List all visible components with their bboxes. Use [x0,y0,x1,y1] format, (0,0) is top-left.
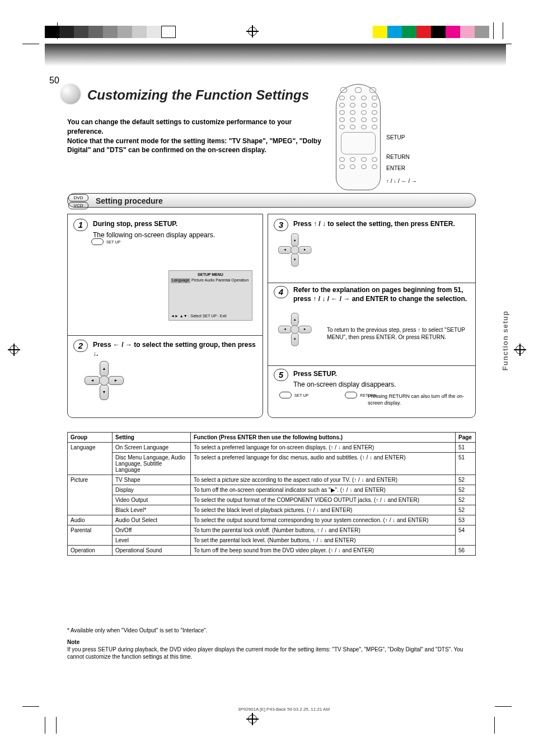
footnotes: * Available only when "Video Output" is … [67,627,476,660]
cell-group: Language [68,443,113,475]
cell-func: To turn the parental lock on/off. (Numbe… [191,525,456,536]
decorative-sphere [60,84,81,104]
footnote-2-label: Note [67,639,79,645]
header-gradient [45,44,506,66]
intro-line2: Notice that the current mode for the set… [67,137,321,154]
registration-mark [8,344,20,356]
cell-setting: Black Level* [113,505,191,515]
side-category: Function setup [501,311,509,370]
th-group: Group [68,433,113,443]
remote-illustration [336,84,381,190]
step-3-number: 3 [274,219,288,231]
cell-setting: TV Shape [113,475,191,485]
onscreen-setup-menu: SETUP MENU Language Picture Audio Parent… [168,270,252,321]
screen-header: SETUP MENU [171,273,250,277]
screen-hint: ◄► ▲▼ : Select SET UP : Exit [171,314,250,318]
setup-button-shape [91,238,104,245]
dpad-icon: ▲ ◄ ► ▼ [85,361,124,400]
cell-setting: On Screen Language [113,443,191,453]
step-5-number: 5 [274,369,288,381]
step-1-number: 1 [73,219,88,231]
cell-func: To select a picture size according to th… [191,475,456,485]
screen-item-0: Language [171,278,190,283]
page-number: 50 [49,76,59,86]
cell-page: 52 [456,505,476,515]
cell-setting: On/Off [113,525,191,536]
cell-group: Operation [68,546,113,556]
cell-func: To select the output format of the COMPO… [191,495,456,505]
cell-page: 52 [456,495,476,505]
cell-setting: Operational Sound [113,546,191,556]
disc-badges: DVD VCD [68,194,88,210]
footer-meta: 3P92901A [E] P43-Back 50 03.2.25, 11:21 … [62,707,506,712]
cell-group: Picture [68,475,113,515]
page-title: Customizing the Function Settings [87,87,309,103]
return-button-shape [345,392,357,398]
cell-setting: Disc Menu Language, Audio Language, Subt… [113,453,191,475]
steps-left-box: 1 During stop, press SETUP. The followin… [67,214,263,418]
footnote-1: * Available only when "Video Output" is … [67,627,476,634]
th-setting: Setting [113,433,191,443]
cell-page: 54 [456,525,476,546]
cell-func: To select a preferred language for on-sc… [191,443,456,453]
crop-mark [503,22,503,39]
cell-page: 51 [456,443,476,453]
cell-group: Audio [68,515,113,525]
step-5-text: Press SETUP. [293,370,337,378]
cell-func: To select the black level of playback pi… [191,505,456,515]
registration-mark [514,344,526,356]
crop-mark [493,22,494,39]
setup-button-label: SET UP [106,240,120,244]
step-2-number: 2 [73,340,88,352]
th-page: Page [456,433,476,443]
step-3-text: Press ↑ / ↓ to select the setting, then … [293,220,455,228]
cell-setting: Audio Out Select [113,515,191,525]
cell-group: Parental [68,525,113,546]
step-1-title: During stop, press SETUP. [93,220,177,228]
cell-page: 52 [456,475,476,485]
cell-func: To set the parental lock level. (Number … [191,536,456,546]
screen-item-3: Parental [216,278,230,282]
cell-setting: Display [113,485,191,495]
cell-page: 52 [456,485,476,495]
cell-setting: Level [113,536,191,546]
cell-func: To select a preferred language for disc … [191,453,456,475]
section-bar: Setting procedure [67,193,476,208]
vcd-badge: VCD [68,202,88,209]
cell-func: To turn off the beep sound from the DVD … [191,546,456,556]
section-bar-title: Setting procedure [68,194,475,208]
intro-line1: You can change the default settings to c… [67,118,292,135]
th-function: Function (Press ENTER then use the follo… [191,433,456,443]
remote-label-setup: SETUP [386,134,405,141]
screen-item-2: Audio [204,278,214,282]
crop-mark [56,717,57,734]
remote-label-enter: ENTER [386,165,405,172]
color-strip [373,26,489,38]
crop-mark [494,717,495,734]
crop-mark [22,44,39,44]
screen-item-4: Operation [231,278,249,282]
step-2-text: Press ← / → to select the setting group,… [93,341,256,358]
setup-button-shape [279,392,292,398]
screen-item-1: Picture [191,278,204,282]
step-4-text2: change the selection. [399,295,467,303]
remote-label-return: RETURN [386,154,410,161]
step-5-note: Pressing RETURN can also turn off the on… [368,393,474,406]
crop-mark [22,706,39,707]
settings-table: Group Setting Function (Press ENTER then… [67,432,476,556]
dpad-icon: ENTER ▲ ◄ ► ▼ [278,313,312,346]
cell-func: To select the output sound format corres… [191,515,456,525]
remote-label-arrows: ↑ / ↓ / ← / → [386,178,417,185]
footnote-2: If you press SETUP during playback, the … [67,646,476,660]
dpad-icon: ▲ ◄ ► ▼ [278,233,312,267]
setup-button-label: SET UP [294,393,308,397]
intro-text: You can change the default settings to c… [67,118,325,155]
cell-page: 56 [456,546,476,556]
registration-mark [246,25,259,37]
step-4-text3: To return to the previous step, press ↑ … [327,326,472,341]
dvd-badge: DVD [68,194,88,201]
step-5-sub: The on-screen display disappears. [293,381,470,389]
cell-func: To turn off the on-screen operational in… [191,485,456,495]
grayscale-strip [45,26,176,38]
cell-setting: Video Output [113,495,191,505]
